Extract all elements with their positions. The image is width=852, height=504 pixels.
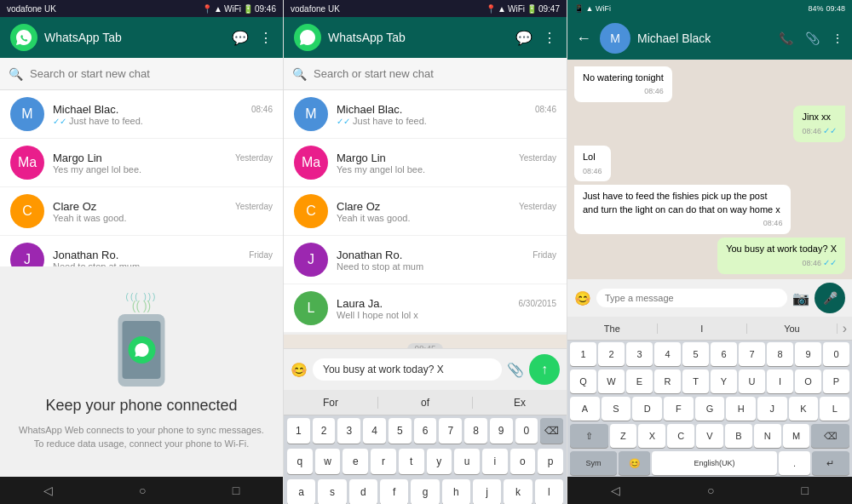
back-icon[interactable]: ◁	[43, 484, 53, 497]
suggestion-ex[interactable]: Ex	[473, 397, 567, 409]
rp-key-1[interactable]: 1	[570, 342, 596, 366]
list-item[interactable]: C Clare Oz Yesterday Yeah it was good.	[284, 187, 567, 236]
list-item[interactable]: M Michael Blac. 08:46 ✓✓ Just have to fe…	[284, 90, 567, 139]
rp-key-B[interactable]: B	[725, 424, 752, 448]
list-item[interactable]: J Jonathan Ro. Friday Need to stop at mu…	[284, 236, 567, 284]
attach-icon[interactable]: 📎	[507, 362, 524, 378]
rp-key-T[interactable]: T	[682, 369, 709, 393]
rp-key-E[interactable]: E	[626, 369, 653, 393]
send-button[interactable]: ↑	[529, 354, 560, 385]
kb-key-l[interactable]: l	[535, 479, 563, 504]
message-icon[interactable]: 💬	[232, 30, 249, 46]
rp-key-Z[interactable]: Z	[610, 424, 637, 448]
kb-key-3[interactable]: 3	[337, 418, 360, 444]
kb-key-1[interactable]: 1	[287, 418, 310, 444]
right-chat-input[interactable]	[596, 289, 787, 307]
camera-icon[interactable]: 📷	[792, 290, 809, 306]
rp-key-O[interactable]: O	[795, 369, 821, 393]
rp-key-0[interactable]: 0	[823, 342, 849, 366]
left-header-actions[interactable]: 💬 ⋮	[232, 30, 273, 46]
rp-key-I[interactable]: I	[767, 369, 793, 393]
rp-key-Q[interactable]: Q	[570, 369, 596, 393]
kb-key-t[interactable]: t	[399, 449, 424, 474]
more-icon3[interactable]: ⋮	[832, 32, 843, 45]
mid-chat-input[interactable]	[313, 358, 502, 381]
list-item[interactable]: J Jonathan Ro. Friday Need to stop at mu…	[0, 236, 283, 266]
kb-key-5[interactable]: 5	[389, 418, 412, 444]
rp-sug-i[interactable]: I	[658, 324, 748, 334]
kb-key-4[interactable]: 4	[363, 418, 386, 444]
rp-key-D[interactable]: D	[632, 397, 662, 421]
rp-key-period[interactable]: .	[779, 451, 810, 475]
kb-key-o[interactable]: o	[510, 449, 536, 474]
mid-search-input[interactable]	[314, 67, 558, 80]
list-item[interactable]: C Clare Oz Yesterday Yeah it was good.	[0, 187, 283, 236]
rp-key-S[interactable]: S	[602, 397, 631, 421]
rp-key-8[interactable]: 8	[767, 342, 793, 366]
kb-key-7[interactable]: 7	[439, 418, 462, 444]
kb-key-u[interactable]: u	[454, 449, 480, 474]
kb-key-2[interactable]: 2	[313, 418, 336, 444]
emoji-icon2[interactable]: 😊	[574, 290, 591, 306]
kb-key-p[interactable]: p	[538, 449, 563, 474]
kb-key-d[interactable]: d	[349, 479, 377, 504]
rp-key-5[interactable]: 5	[682, 342, 709, 366]
kb-key-8[interactable]: 8	[464, 418, 487, 444]
list-item[interactable]: L Laura Ja. 6/30/2015 Well I hope not lo…	[284, 284, 567, 333]
rp-key-X[interactable]: X	[638, 424, 665, 448]
list-item[interactable]: M Michael Blac. 08:46 ✓✓ Just have to fe…	[0, 90, 283, 139]
rp-key-M[interactable]: M	[783, 424, 810, 448]
kb-key-6[interactable]: 6	[414, 418, 437, 444]
kb-key-backspace-num[interactable]: ⌫	[540, 418, 563, 444]
kb-key-k[interactable]: k	[504, 479, 532, 504]
rp-key-6[interactable]: 6	[711, 342, 737, 366]
rp-key-3[interactable]: 3	[626, 342, 653, 366]
kb-key-f[interactable]: f	[380, 479, 408, 504]
rp-key-2[interactable]: 2	[598, 342, 625, 366]
rp-key-7[interactable]: 7	[739, 342, 765, 366]
back-icon4[interactable]: ◁	[611, 484, 620, 497]
kb-key-9[interactable]: 9	[490, 418, 513, 444]
rp-key-C[interactable]: C	[667, 424, 694, 448]
home-icon4[interactable]: ○	[707, 484, 714, 497]
kb-key-s[interactable]: s	[318, 479, 346, 504]
rp-key-backspace[interactable]: ⌫	[811, 424, 849, 448]
list-item[interactable]: Ma Margo Lin Yesterday Yes my angel lol …	[284, 139, 567, 187]
home-icon[interactable]: ○	[139, 484, 146, 497]
right-header-icons[interactable]: 📞 📎 ⋮	[779, 32, 843, 45]
rp-key-F[interactable]: F	[664, 397, 694, 421]
rp-key-A[interactable]: A	[570, 397, 600, 421]
mid-header-actions[interactable]: 💬 ⋮	[515, 30, 556, 46]
video-icon[interactable]: 📎	[805, 32, 820, 45]
kb-key-w[interactable]: w	[315, 449, 341, 474]
rp-key-U[interactable]: U	[739, 369, 765, 393]
rp-key-9[interactable]: 9	[795, 342, 821, 366]
rp-key-shift[interactable]: ⇧	[570, 424, 608, 448]
rp-key-N[interactable]: N	[754, 424, 781, 448]
kb-key-h[interactable]: h	[442, 479, 470, 504]
left-search-input[interactable]	[30, 67, 274, 80]
rp-key-K[interactable]: K	[789, 397, 819, 421]
emoji-icon[interactable]: 😊	[291, 362, 308, 378]
suggestion-of[interactable]: of	[378, 397, 473, 409]
rp-key-G[interactable]: G	[695, 397, 725, 421]
rp-key-emoji2[interactable]: 😊	[619, 451, 650, 475]
rp-key-enter[interactable]: ↵	[812, 451, 849, 475]
kb-key-r[interactable]: r	[371, 449, 396, 474]
chevron-right-icon[interactable]: ›	[838, 321, 852, 336]
back-arrow-icon[interactable]: ←	[576, 30, 591, 48]
rp-key-sym[interactable]: Sym	[570, 451, 617, 475]
list-item[interactable]: Ma Margo Lin Yesterday Yes my angel lol …	[0, 139, 283, 187]
recent-icon[interactable]: □	[233, 484, 239, 497]
rp-key-W[interactable]: W	[598, 369, 625, 393]
rp-key-L[interactable]: L	[820, 397, 849, 421]
rp-key-Y[interactable]: Y	[711, 369, 737, 393]
recent-icon4[interactable]: □	[802, 484, 809, 497]
kb-key-q[interactable]: q	[287, 449, 313, 474]
rp-key-H[interactable]: H	[726, 397, 756, 421]
kb-key-0[interactable]: 0	[515, 418, 538, 444]
more-icon[interactable]: ⋮	[259, 30, 273, 46]
kb-key-e[interactable]: e	[343, 449, 368, 474]
message-icon2[interactable]: 💬	[515, 30, 532, 46]
kb-key-g[interactable]: g	[411, 479, 439, 504]
